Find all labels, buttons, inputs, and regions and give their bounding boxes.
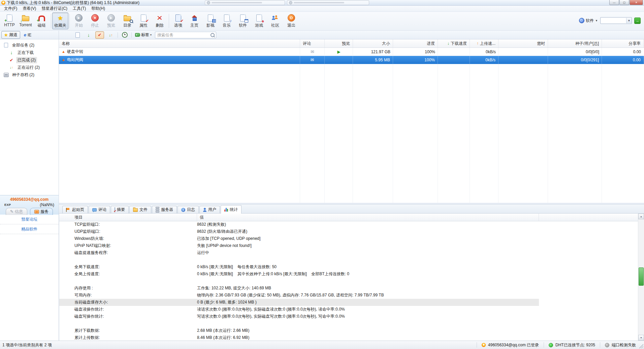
toolbar-button-属性[interactable]: ✔属性 xyxy=(135,12,152,29)
stat-row[interactable]: 全局上传速度:0 kB/s [最大:无限制] 其中长效种子上传:0 kB/s [… xyxy=(59,271,638,278)
toolbar-button-社区[interactable]: 社区 xyxy=(267,12,283,29)
menu-item-2[interactable]: 彗星通行证(C) xyxy=(39,5,70,12)
subbar: ★频道eIE ↓✔↓↑ 标签 ▾ xyxy=(0,31,644,39)
tab-统计[interactable]: 统计 xyxy=(221,205,242,214)
toolbar-button-Torrent[interactable]: ↓Torrent xyxy=(18,12,34,28)
task-row[interactable]: ▲硬盘中转✉▶121.97 GB100%0kB/s0/0[0/0]0.00 xyxy=(59,48,644,56)
flag-icon xyxy=(66,208,70,212)
finished-filter-button[interactable]: ✔ xyxy=(95,31,104,39)
active-filter-button[interactable]: ↓↑ xyxy=(106,31,115,39)
column-header-分享率[interactable]: 分享率 xyxy=(602,39,644,47)
stat-row[interactable]: 累计上传数据:8.46 MB (本次运行: 6.92 MB) xyxy=(59,334,638,341)
combo-dropdown-button[interactable]: ▼ xyxy=(626,18,632,23)
stat-row[interactable]: UDP监听端口:8632 (防火墙/路由器已开通) xyxy=(59,228,638,235)
stat-row[interactable]: 内存使用 :工作集: 102.22 MB, 提交大小: 140.69 MB xyxy=(59,285,638,292)
resize-grip[interactable] xyxy=(639,344,643,348)
stat-row[interactable]: 可用内存:物理内存: 2.36 GB/7.93 GB (最少保证: 50 MB)… xyxy=(59,292,638,299)
stat-row[interactable]: 磁盘写操作统计:写请求次数:0 (频率:0.0次每秒), 实际磁盘写次数:0 (… xyxy=(59,313,638,320)
menu-item-3[interactable]: 工具(T) xyxy=(70,5,89,12)
stat-row[interactable]: TCP监听端口:8632 (检测失败) xyxy=(59,221,638,228)
account-link-精品软件[interactable]: 精品软件 xyxy=(0,224,59,234)
chevron-down-icon: ▾ xyxy=(150,33,152,36)
sidebar-item-全部任务 (2)[interactable]: 全部任务 (2) xyxy=(0,41,59,49)
stat-row[interactable]: 当前磁盘缓存大小:0 B (最少: 6 MB, 最多: 1024 MB ) xyxy=(59,299,638,306)
sidebar-item-已完成 (2)[interactable]: ✔已完成 (2) xyxy=(0,56,59,64)
account-link-彗星论坛[interactable]: 彗星论坛 xyxy=(0,215,59,224)
sidebar-tab-IE[interactable]: eIE xyxy=(21,32,34,38)
toolbar-button-停止[interactable]: ■停止 xyxy=(87,12,103,29)
column-header-名称[interactable]: 名称 xyxy=(59,39,300,47)
account-button-信息[interactable]: ✎信息 xyxy=(6,208,27,215)
account-button-服务[interactable]: 服务 xyxy=(30,208,53,215)
search-category-dropdown[interactable]: 软件 ▼ xyxy=(579,18,598,24)
tab-评论[interactable]: 评论 xyxy=(89,206,110,213)
toolbar-button-游戏[interactable]: ♠游戏 xyxy=(251,12,267,29)
toolbar-button-删除[interactable]: ✕删除 xyxy=(152,12,168,29)
column-header-种子/用户[总][interactable]: 种子/用户[总] xyxy=(548,39,602,47)
stat-item-label: 磁盘提速服务程序: xyxy=(59,250,197,256)
schedule-clock-button[interactable] xyxy=(120,31,129,39)
search-input[interactable] xyxy=(602,18,626,23)
stat-row[interactable]: 累计下载数据:2.68 MB (本次运行: 2.66 MB) xyxy=(59,327,638,334)
column-header-上传速...[interactable]: ↑上传速... xyxy=(470,39,498,47)
toolbar-button-开始[interactable]: ▶开始 xyxy=(71,12,87,29)
toolbar-button-选项[interactable]: ✔选项 xyxy=(170,12,186,29)
downloading-filter-button[interactable]: ↓ xyxy=(84,31,93,39)
toolbar-button-主页[interactable]: 主页 xyxy=(186,12,202,29)
column-header-进度[interactable]: 进度 xyxy=(393,39,438,47)
preview-play-icon[interactable]: ▶ xyxy=(337,50,340,54)
task-cell-name: ▲硬盘中转 xyxy=(59,48,300,56)
sidebar-tab-频道[interactable]: ★频道 xyxy=(1,31,20,39)
menu-item-4[interactable]: 帮助(H) xyxy=(89,5,108,12)
maximize-button[interactable]: ▢ xyxy=(619,0,629,5)
comment-envelope-icon[interactable]: ✉ xyxy=(311,50,314,54)
column-header-需时[interactable]: 需时 xyxy=(498,39,548,47)
stat-row[interactable]: 全局下载速度:0 kB/s [最大:无限制] 每任务最大连接数: 50 xyxy=(59,263,638,271)
stat-row[interactable]: Windows防火墙:已添加 [TCP opened, UDP opened] xyxy=(59,235,638,242)
comment-envelope-icon[interactable]: ✉ xyxy=(311,58,314,62)
tab-服务器[interactable]: 服务器 xyxy=(152,206,177,213)
vertical-scrollbar[interactable]: ▲ ▼ xyxy=(638,214,644,341)
menu-item-0[interactable]: 文件(F) xyxy=(1,5,20,12)
toolbar-button-音乐[interactable]: ♪音乐 xyxy=(219,12,235,29)
stat-row[interactable] xyxy=(59,320,638,327)
stat-row[interactable]: 磁盘读操作统计:读请求次数:0 (频率:0.0次每秒), 实际磁盘读次数:0 (… xyxy=(59,306,638,313)
scroll-up-icon[interactable]: ▲ xyxy=(638,214,644,219)
sidebar-item-种子存档 (2)[interactable]: 种子存档 (2) xyxy=(0,71,59,78)
archive-icon xyxy=(3,73,9,77)
toolbar-button-收藏夹[interactable]: ★收藏夹 xyxy=(52,12,68,29)
toolbar-button-软件[interactable]: 软件 xyxy=(235,12,251,29)
toolbar-button-预览[interactable]: ▶预览 xyxy=(103,12,119,29)
toolbar-button-退出[interactable]: O退出 xyxy=(283,12,299,29)
toolbar-button-HTTP[interactable]: +HTTP xyxy=(1,12,18,28)
toolbar-button-影视[interactable]: 影视 xyxy=(202,12,219,29)
task-row[interactable]: ▲电站闸阀✉5.95 MB100%0kB/s0/0[0/291]0.00 xyxy=(59,56,644,64)
stat-row[interactable] xyxy=(59,278,638,285)
minimize-button[interactable]: — xyxy=(609,0,619,5)
sidebar-item-正在下载[interactable]: ↓正在下载 xyxy=(0,49,59,56)
tab-文件[interactable]: 文件 xyxy=(129,206,151,213)
tab-起始页[interactable]: 起始页 xyxy=(62,206,88,213)
tag-filter-button[interactable]: 标签 ▾ xyxy=(134,31,153,39)
column-header-评论[interactable]: 评论 xyxy=(300,39,325,47)
scroll-down-icon[interactable]: ▼ xyxy=(638,335,644,341)
scrollbar-thumb[interactable] xyxy=(639,267,644,286)
stat-row[interactable]: 磁盘提速服务程序:运行中 xyxy=(59,249,638,256)
column-header-下载速度[interactable]: ↓下载速度 xyxy=(438,39,470,47)
toolbar-button-磁链[interactable]: +磁链 xyxy=(34,12,50,29)
tab-用户[interactable]: 用户 xyxy=(199,206,220,213)
toolbar-button-目录[interactable]: 目录 xyxy=(119,12,135,29)
stat-row[interactable] xyxy=(59,256,638,263)
menu-item-1[interactable]: 查看(V) xyxy=(20,5,39,12)
column-header-大小[interactable]: 大小 xyxy=(353,39,393,47)
go-arrow-icon[interactable]: → xyxy=(634,18,641,24)
sidebar: 全部任务 (2)↓正在下载✔已完成 (2)↓↑正在运行 (2)种子存档 (2) … xyxy=(0,39,59,341)
column-header-预览[interactable]: 预览 xyxy=(325,39,353,47)
all-tasks-page-button[interactable] xyxy=(73,31,82,39)
tab-日志[interactable]: i日志 xyxy=(178,206,199,213)
sidebar-item-正在运行 (2)[interactable]: ↓↑正在运行 (2) xyxy=(0,64,59,71)
tab-摘要[interactable]: ✔摘要 xyxy=(111,206,129,213)
task-search-input[interactable] xyxy=(157,32,209,38)
close-button[interactable]: ✕ xyxy=(630,0,643,5)
stat-row[interactable]: UPnP NAT端口映射:失败 [UPNP device not found!] xyxy=(59,242,638,249)
